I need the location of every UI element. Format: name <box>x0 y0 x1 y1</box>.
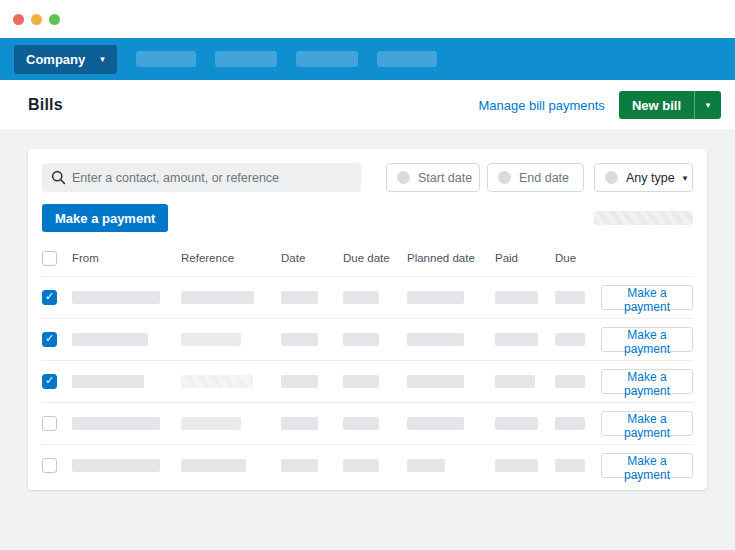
from-cell-placeholder <box>72 333 148 346</box>
filter-bar: Start date End date Any type ▾ <box>42 163 693 192</box>
new-bill-button[interactable]: New bill <box>619 91 694 119</box>
planned-date-cell-placeholder <box>407 375 464 388</box>
new-bill-dropdown-button[interactable]: ▾ <box>694 91 721 119</box>
manage-bill-payments-link[interactable]: Manage bill payments <box>478 98 604 113</box>
planned-date-cell-placeholder <box>407 417 464 430</box>
row-action-button[interactable]: Make a payment <box>601 453 693 478</box>
table-row: Make a payment <box>42 444 693 486</box>
due-date-cell-placeholder <box>343 417 379 430</box>
reference-cell-placeholder <box>181 375 253 388</box>
reference-cell-placeholder <box>181 417 241 430</box>
start-date-placeholder: Start date <box>418 171 472 185</box>
reference-cell-placeholder <box>181 459 246 472</box>
due-date-cell-placeholder <box>343 333 379 346</box>
page-header: Bills Manage bill payments New bill ▾ <box>0 80 735 131</box>
table-row: Make a payment <box>42 402 693 444</box>
page-title: Bills <box>28 96 63 114</box>
due-cell-placeholder <box>555 417 585 430</box>
make-payment-button[interactable]: Make a payment <box>42 204 168 232</box>
header-actions: Manage bill payments New bill ▾ <box>478 91 721 119</box>
table-row: Make a payment <box>42 276 693 318</box>
table-header: From Reference Date Due date Planned dat… <box>42 240 693 276</box>
top-navbar: Company ▾ <box>0 38 735 80</box>
search-input[interactable] <box>42 163 361 192</box>
calendar-placeholder-icon <box>397 171 410 184</box>
table-body: Make a payment Make a payment <box>42 276 693 486</box>
from-cell-placeholder <box>72 375 144 388</box>
due-date-cell-placeholder <box>343 459 379 472</box>
column-header-paid: Paid <box>495 252 555 264</box>
chevron-down-icon: ▾ <box>683 173 688 183</box>
type-select-value: Any type <box>626 171 675 185</box>
row-action-button[interactable]: Make a payment <box>601 285 693 310</box>
company-menu-label: Company <box>26 52 85 67</box>
chevron-down-icon: ▾ <box>706 100 711 110</box>
paid-cell-placeholder <box>495 375 535 388</box>
column-header-reference: Reference <box>181 252 281 264</box>
from-cell-placeholder <box>72 291 160 304</box>
end-date-placeholder: End date <box>519 171 569 185</box>
date-cell-placeholder <box>281 417 318 430</box>
bills-card: Start date End date Any type ▾ Make a pa… <box>28 149 707 490</box>
due-date-cell-placeholder <box>343 375 379 388</box>
search-box <box>42 163 361 192</box>
row-action-button[interactable]: Make a payment <box>601 369 693 394</box>
paid-cell-placeholder <box>495 459 538 472</box>
due-cell-placeholder <box>555 375 585 388</box>
filter-fields: Start date End date Any type ▾ <box>386 163 693 192</box>
window-titlebar <box>0 0 735 38</box>
date-cell-placeholder <box>281 375 318 388</box>
reference-cell-placeholder <box>181 333 241 346</box>
row-action-button[interactable]: Make a payment <box>601 411 693 436</box>
reference-cell-placeholder <box>181 291 254 304</box>
row-checkbox[interactable] <box>42 332 57 347</box>
type-placeholder-icon <box>605 171 618 184</box>
table-row: Make a payment <box>42 360 693 402</box>
nav-item-placeholder[interactable] <box>136 51 196 67</box>
planned-date-cell-placeholder <box>407 459 445 472</box>
type-select[interactable]: Any type ▾ <box>594 163 693 192</box>
row-action-button[interactable]: Make a payment <box>601 327 693 352</box>
row-checkbox[interactable] <box>42 374 57 389</box>
row-checkbox[interactable] <box>42 458 57 473</box>
skeleton-placeholder <box>594 211 693 225</box>
select-all-checkbox[interactable] <box>42 251 57 266</box>
zoom-button[interactable] <box>49 14 60 25</box>
company-menu-button[interactable]: Company ▾ <box>14 45 117 74</box>
start-date-field[interactable]: Start date <box>386 163 480 192</box>
due-date-cell-placeholder <box>343 291 379 304</box>
column-header-due: Due <box>555 252 601 264</box>
paid-cell-placeholder <box>495 291 538 304</box>
from-cell-placeholder <box>72 459 160 472</box>
date-cell-placeholder <box>281 333 318 346</box>
column-header-date: Date <box>281 252 343 264</box>
calendar-placeholder-icon <box>498 171 511 184</box>
bulk-action-row: Make a payment <box>42 204 693 232</box>
paid-cell-placeholder <box>495 333 538 346</box>
from-cell-placeholder <box>72 417 160 430</box>
table-row: Make a payment <box>42 318 693 360</box>
page-content: Start date End date Any type ▾ Make a pa… <box>0 131 735 550</box>
column-header-due-date: Due date <box>343 252 407 264</box>
due-cell-placeholder <box>555 333 585 346</box>
column-header-from: From <box>72 252 181 264</box>
minimize-button[interactable] <box>31 14 42 25</box>
nav-item-placeholder[interactable] <box>296 51 358 67</box>
chevron-down-icon: ▾ <box>100 55 105 64</box>
nav-item-placeholder[interactable] <box>215 51 277 67</box>
due-cell-placeholder <box>555 459 585 472</box>
paid-cell-placeholder <box>495 417 538 430</box>
row-checkbox[interactable] <box>42 416 57 431</box>
column-header-planned-date: Planned date <box>407 252 495 264</box>
new-bill-split-button: New bill ▾ <box>619 91 721 119</box>
date-cell-placeholder <box>281 459 318 472</box>
app-window: Company ▾ Bills Manage bill payments New… <box>0 0 735 550</box>
planned-date-cell-placeholder <box>407 291 464 304</box>
due-cell-placeholder <box>555 291 585 304</box>
end-date-field[interactable]: End date <box>487 163 584 192</box>
nav-item-placeholder[interactable] <box>377 51 437 67</box>
date-cell-placeholder <box>281 291 318 304</box>
close-button[interactable] <box>13 14 24 25</box>
row-checkbox[interactable] <box>42 290 57 305</box>
planned-date-cell-placeholder <box>407 333 464 346</box>
